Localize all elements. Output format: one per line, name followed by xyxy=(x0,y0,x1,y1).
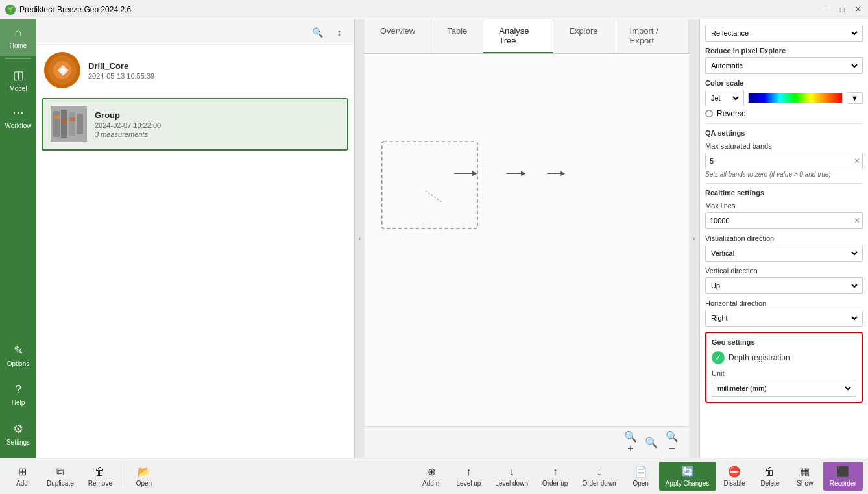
qa-label: QA settings xyxy=(705,129,863,137)
order-down-label: Order down xyxy=(582,480,616,487)
show-label: Show xyxy=(797,480,813,487)
realtime-settings-section: Realtime settings Max lines ✕ Visualizat… xyxy=(705,189,863,327)
sidebar-item-settings-label: Settings xyxy=(6,439,30,446)
show-button[interactable]: ▦ Show xyxy=(788,462,822,491)
tab-import-export[interactable]: Import / Export xyxy=(614,19,689,53)
open-canvas-button[interactable]: 📄 Open xyxy=(624,462,658,491)
search-button[interactable]: 🔍 xyxy=(308,23,326,42)
tab-explore[interactable]: Explore xyxy=(553,19,614,53)
max-lines-label: Max lines xyxy=(705,202,863,210)
max-saturated-clear[interactable]: ✕ xyxy=(854,156,860,166)
sidebar-item-home[interactable]: ⌂ Home xyxy=(0,19,36,56)
apply-changes-button[interactable]: 🔄 Apply Changes xyxy=(659,462,716,491)
add-button[interactable]: ⊞ Add xyxy=(5,462,39,491)
title-bar: 🌱 Prediktera Breeze Geo 2024.2.6 − □ ✕ xyxy=(0,0,868,19)
realtime-label: Realtime settings xyxy=(705,189,863,197)
help-icon: ? xyxy=(15,383,21,397)
open-canvas-label: Open xyxy=(633,480,648,487)
zoom-out-button[interactable]: 🔍− xyxy=(663,434,681,452)
reduce-label: Reduce in pixel Explore xyxy=(705,47,863,55)
title-bar-left: 🌱 Prediktera Breeze Geo 2024.2.6 xyxy=(5,5,131,15)
reverse-row: Reverse xyxy=(705,109,863,118)
maximize-button[interactable]: □ xyxy=(837,5,847,15)
level-down-button[interactable]: ↓ Level down xyxy=(488,462,535,491)
disable-button[interactable]: ⛔ Disable xyxy=(717,462,752,491)
workflow-icon: ⋯ xyxy=(12,105,24,119)
level-up-button[interactable]: ↑ Level up xyxy=(450,462,488,491)
max-saturated-input[interactable] xyxy=(705,153,863,169)
remove-button[interactable]: 🗑 Remove xyxy=(82,462,119,491)
options-icon: ✎ xyxy=(14,343,23,358)
color-scale-select[interactable]: Jet Hot Cool Gray xyxy=(708,93,741,103)
unit-dropdown[interactable]: millimeter (mm) centimeter (cm) meter (m… xyxy=(712,380,856,397)
color-scale-row: Jet Hot Cool Gray ▼ xyxy=(705,90,863,106)
viz-direction-dropdown[interactable]: Vertical Horizontal xyxy=(705,245,863,262)
group-sample-item[interactable]: Group 2024-02-07 10:22:00 3 measurements xyxy=(43,99,347,149)
sidebar-item-settings[interactable]: ⚙ Settings xyxy=(0,415,36,452)
max-lines-input[interactable] xyxy=(705,212,863,229)
reflectance-dropdown[interactable]: Reflectance Absorbance Raw xyxy=(705,25,863,42)
horiz-direction-select[interactable]: Right Left xyxy=(708,314,860,323)
sidebar-item-options[interactable]: ✎ Options xyxy=(0,337,36,374)
collapse-left-panel-button[interactable]: ‹ xyxy=(354,19,365,458)
canvas-area: Overview Table Analyse Tree Explore Impo… xyxy=(365,19,689,458)
reflectance-select[interactable]: Reflectance Absorbance Raw xyxy=(708,29,860,38)
apply-changes-icon: 🔄 xyxy=(681,465,694,478)
svg-rect-4 xyxy=(53,111,60,137)
color-scale-label: Color scale xyxy=(705,79,863,87)
duplicate-button[interactable]: ⧉ Duplicate xyxy=(40,462,80,491)
vert-direction-dropdown[interactable]: Up Down xyxy=(705,277,863,294)
reverse-radio[interactable] xyxy=(705,110,713,117)
svg-text:◈: ◈ xyxy=(57,62,69,77)
group-item[interactable]: Group 2024-02-07 10:22:00 3 measurements xyxy=(42,98,348,151)
zoom-reset-button[interactable]: 🔍 xyxy=(642,434,660,452)
workflow-arrows xyxy=(365,54,689,426)
order-up-button[interactable]: ↑ Order up xyxy=(536,462,574,491)
sidebar-item-model[interactable]: ◫ Model xyxy=(0,62,36,99)
horiz-direction-dropdown[interactable]: Right Left xyxy=(705,310,863,327)
delete-button[interactable]: 🗑 Delete xyxy=(753,462,787,491)
reduce-dropdown[interactable]: Automatic None 2x 4x xyxy=(705,57,863,74)
unit-select[interactable]: millimeter (mm) centimeter (cm) meter (m… xyxy=(715,384,853,393)
open-icon: 📂 xyxy=(138,465,151,478)
order-down-button[interactable]: ↓ Order down xyxy=(575,462,622,491)
divider-2 xyxy=(705,183,863,184)
settings-icon: ⚙ xyxy=(13,422,23,436)
depth-reg-check-icon: ✓ xyxy=(712,351,725,364)
drill-core-item[interactable]: ◈ Drill_Core 2024-05-13 10:55:39 xyxy=(36,45,354,95)
recorder-label: Recorder xyxy=(830,480,856,487)
collapse-right-panel-button[interactable]: › xyxy=(689,19,699,458)
reduce-section: Reduce in pixel Explore Automatic None 2… xyxy=(705,47,863,74)
reduce-select[interactable]: Automatic None 2x 4x xyxy=(708,61,860,70)
reverse-label: Reverse xyxy=(717,109,746,118)
minimize-button[interactable]: − xyxy=(821,5,832,15)
tab-table[interactable]: Table xyxy=(431,19,483,53)
open-label: Open xyxy=(136,480,152,487)
close-button[interactable]: ✕ xyxy=(852,5,863,15)
open-button[interactable]: 📂 Open xyxy=(127,462,161,491)
sidebar-item-help[interactable]: ? Help xyxy=(0,377,36,413)
order-up-icon: ↑ xyxy=(553,466,558,478)
right-panel-content: Reflectance Absorbance Raw Reduce in pix… xyxy=(700,19,868,458)
svg-rect-6 xyxy=(69,112,75,136)
recorder-button[interactable]: ⬛ Recorder xyxy=(823,462,863,491)
tab-analyse-tree[interactable]: Analyse Tree xyxy=(483,19,553,53)
color-scale-dropdown[interactable]: Jet Hot Cool Gray xyxy=(705,90,744,106)
add-n-button[interactable]: ⊕ Add n. xyxy=(415,462,449,491)
depth-registration-label: Depth registration xyxy=(729,353,790,362)
max-lines-clear[interactable]: ✕ xyxy=(854,216,860,225)
viz-direction-select[interactable]: Vertical Horizontal xyxy=(708,249,860,258)
drill-core-date: 2024-05-13 10:55:39 xyxy=(88,72,346,80)
tab-overview[interactable]: Overview xyxy=(365,19,431,53)
sort-button[interactable]: ↕ xyxy=(330,23,348,42)
svg-rect-10 xyxy=(70,117,75,121)
vert-direction-select[interactable]: Up Down xyxy=(708,281,860,290)
sidebar-item-workflow[interactable]: ⋯ Workflow xyxy=(0,99,36,136)
zoom-in-button[interactable]: 🔍+ xyxy=(621,434,640,452)
group-count: 3 measurements xyxy=(95,130,339,138)
title-bar-controls[interactable]: − □ ✕ xyxy=(821,5,863,15)
viz-direction-section: Visualization direction Vertical Horizon… xyxy=(705,234,863,262)
home-icon: ⌂ xyxy=(15,26,22,40)
svg-rect-5 xyxy=(61,110,67,138)
color-scale-arrow[interactable]: ▼ xyxy=(847,92,863,104)
